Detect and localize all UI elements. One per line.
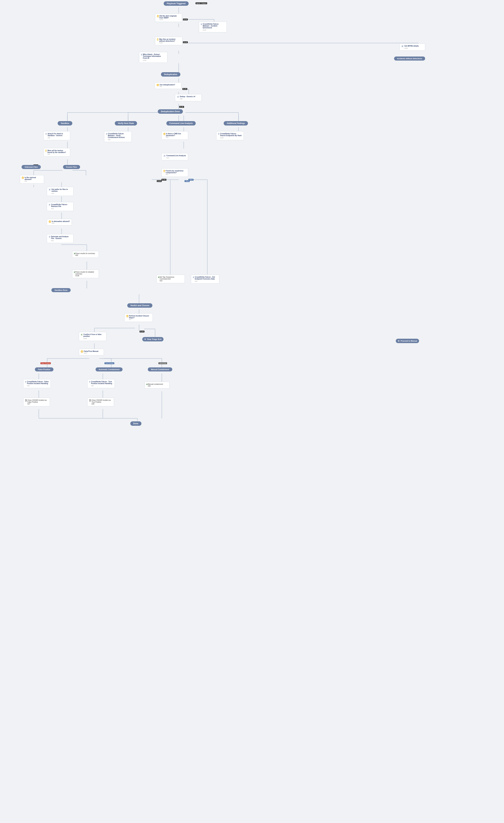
cs-search-hash-id: #136 xyxy=(220,137,242,139)
crowdstrike-enrich-title: CrowdStrike Falcon Malware - Incident En… xyxy=(203,23,225,29)
cs-search-hash-node[interactable]: ⊞ CrowdStrike Falcon - Search Endpoints … xyxy=(216,131,244,140)
true-badge-cmdline: TRUE xyxy=(185,180,190,182)
stop-triage-node[interactable]: ⊙ Stop Triage SLA xyxy=(139,337,167,341)
known-files-node: Known Files xyxy=(60,165,83,169)
q1-title: Did the alert originate from SIEM? xyxy=(160,15,180,19)
dedup-section-label: Deduplication xyxy=(164,73,177,75)
done-label: Done xyxy=(133,423,139,425)
q-hashes-node[interactable]: ◆ Were all the hashes found by the sandb… xyxy=(43,148,70,157)
q-hashes-id: #42 xyxy=(47,153,68,155)
else-badge-4: ELSE xyxy=(179,106,184,108)
q3-title: Use deduplication? xyxy=(160,84,175,86)
dedup-generic-node[interactable]: ⊞ Dedup - Generic v4 #99 xyxy=(175,94,202,101)
q-fp-manual-node[interactable]: ◆ False/True Manual #127 xyxy=(79,349,104,355)
unknown-files-label: Unknown Files xyxy=(25,166,38,168)
manual-contain-title: Manual containment xyxy=(148,383,163,385)
close-false-node[interactable]: ◆ Close XSOAR Incident as False Positive… xyxy=(23,398,50,406)
cmd-param-title: Is there a CMD line parameter? xyxy=(166,133,187,137)
get-paths-title: Get paths for files to retrieve xyxy=(51,188,72,192)
trigger-node[interactable]: Playbook Triggered xyxy=(158,1,195,6)
q-detonation-title: Is detonation allowed? xyxy=(52,220,70,222)
else-badge-closure: ELSE xyxy=(140,331,145,332)
tp-badge: True Positive xyxy=(104,362,114,364)
q-closure-node[interactable]: ◆ Perform Incident Closure Steps? #27 xyxy=(124,313,153,322)
known-files-label: Known Files xyxy=(66,166,77,168)
get-paths-node[interactable]: ▶ Get paths for files to retrieve #14 xyxy=(47,187,73,196)
set-tag-id: #22 xyxy=(160,280,183,282)
cs-true-pos-node[interactable]: ⊞ CrowdStrike Falcon - True Positive Inc… xyxy=(87,379,115,388)
proceed-manual-node[interactable]: ⊘ Proceed to Manual xyxy=(394,339,421,343)
trigger-badge: Inputs / Outputs xyxy=(196,2,207,4)
cs-search-hash-title: CrowdStrike Falcon - Search Endpoints By… xyxy=(220,133,242,137)
cs-false-pos-node[interactable]: ⊞ CrowdStrike Falcon - False Positive In… xyxy=(23,379,51,388)
q-detonation-id: #20 xyxy=(52,222,70,224)
additional-section-node: Additional findings xyxy=(222,121,250,126)
auto-contain-section-node: Automatic Containment xyxy=(94,367,124,371)
q2-title: Was this an incident without detections? xyxy=(159,38,181,42)
else-badge-1: ELSE xyxy=(183,19,188,20)
mitre-title: Mitre Attack - Extract Technique Informa… xyxy=(143,53,166,59)
cs-retrieve-node[interactable]: ⊞ CrowdStrike Falcon - Retrieve File #12 xyxy=(47,202,73,211)
search-hash-title: Search For Hash In Sandbox - Generic xyxy=(47,133,68,137)
parse-summary-node[interactable]: ▶ Parse results for summary #92 xyxy=(72,251,99,258)
close-false-id: #27 xyxy=(27,403,48,405)
q-suspicious-node[interactable]: ◆ Found any suspicious components? #13 xyxy=(162,168,188,177)
cmdline-analysis-title: Command-Line Analysis xyxy=(166,155,186,157)
q3-node[interactable]: ◆ Use deduplication? #47 xyxy=(155,82,181,89)
parse-detailed-node[interactable]: ▶ Parse results for detailed summary #13… xyxy=(72,270,99,278)
confirm-fp-title: Confirm if true or false positive xyxy=(83,333,104,337)
cs-verify-title: CrowdStrike Falcon Malware - Verify Cont… xyxy=(108,133,130,138)
q1-id: #123 xyxy=(160,19,180,20)
cs-false-pos-title: CrowdStrike Falcon - False Positive Inci… xyxy=(27,381,49,384)
crowdstrike-enrich-id: #116 xyxy=(203,29,225,31)
else-badge-2: ELSE xyxy=(183,41,188,43)
cmdline-section-node: Command Line Analysis xyxy=(166,121,196,126)
q-fp-manual-title: False/True Manual xyxy=(84,350,98,352)
get-mitre-id: #135 xyxy=(405,47,419,49)
cs-forensics-node[interactable]: ⊞ CrowdStrike Falcon - Get Endpoint Fore… xyxy=(191,275,219,284)
q-suspicious-title: Found any suspicious components? xyxy=(166,170,186,174)
verify-section-label: Verify Host State xyxy=(118,122,134,125)
cs-retrieve-title: CrowdStrike Falcon - Retrieve File xyxy=(51,204,72,207)
mitre-id: #133 xyxy=(143,59,166,61)
q-fp-manual-id: #127 xyxy=(84,352,98,354)
cs-forensics-title: CrowdStrike Falcon - Get Endpoint Forens… xyxy=(195,276,217,280)
cmd-param-node[interactable]: ◆ Is there a CMD line parameter? #22 xyxy=(162,131,188,140)
cs-verify-node[interactable]: ⊞ CrowdStrike Falcon Malware - Verify Co… xyxy=(104,131,132,142)
detonate-node[interactable]: ⊞ Detonate and Analyze File - Generic #4… xyxy=(47,234,73,243)
search-hash-id: #45 xyxy=(47,137,68,139)
trigger-label: Playbook Triggered xyxy=(167,2,186,5)
confirm-fp-node[interactable]: ▶ Confirm if true or false positive #126 xyxy=(79,332,106,341)
q-closure-title: Perform Incident Closure Steps? xyxy=(129,315,151,319)
manual-contain-node[interactable]: ▶ Manual containment #42 xyxy=(145,382,170,388)
manual-contain-id: #42 xyxy=(148,385,163,387)
additional-section-label: Additional findings xyxy=(227,122,245,125)
dedup-done-label: Deduplication Done xyxy=(161,110,180,113)
unknown-files-node: Unknown Files xyxy=(19,165,43,169)
q-hashes-title: Were all the hashes found by the sandbox… xyxy=(47,150,68,153)
mitre-node[interactable]: ⊞ Mitre Attack - Extract Technique Infor… xyxy=(139,52,167,63)
crowdstrike-enrich-node[interactable]: ⊞ CrowdStrike Falcon Malware - Incident … xyxy=(199,22,227,32)
cs-true-pos-title: CrowdStrike Falcon - True Positive Incid… xyxy=(91,381,113,384)
q1-node[interactable]: ◆ Did the alert originate from SIEM? #12… xyxy=(155,13,182,22)
close-true-node[interactable]: ◆ Close XSOAR Incident as True Positive … xyxy=(87,398,114,406)
detonate-id: #43 xyxy=(51,240,72,241)
cs-verify-id: #46 xyxy=(108,139,130,141)
else-badge-cmdline: ELSE xyxy=(157,180,162,182)
cmdline-analysis-node[interactable]: ⊞ Command-Line Analysis #13 xyxy=(162,153,188,160)
stop-triage-label: Stop Triage SLA xyxy=(147,338,162,340)
fp-badge: False Positive xyxy=(40,362,51,364)
q-file-retrieval-title: Is file retrieval allowed? xyxy=(25,177,42,180)
manual-contain-section-label: Manual Containment xyxy=(151,368,169,370)
set-tag-node[interactable]: ▶ Set Tag 'Suspicious Command-line' #22 xyxy=(157,275,185,283)
get-mitre-node[interactable]: ▶ Get MITRE details #135 xyxy=(400,43,425,51)
q2-node[interactable]: ◆ Was this an incident without detection… xyxy=(155,37,182,45)
q3-id: #47 xyxy=(160,86,175,88)
get-mitre-title: Get MITRE details xyxy=(405,45,419,47)
q-file-retrieval-node[interactable]: ◆ Is file retrieval allowed? #11 xyxy=(20,175,44,183)
dedup-section-node: Deduplication xyxy=(155,72,186,76)
q-detonation-node[interactable]: ◆ Is detonation allowed? #20 xyxy=(47,219,72,225)
cmd-param-id: #22 xyxy=(166,137,187,138)
close-true-title: Close XSOAR Incident as True Positive xyxy=(91,399,112,403)
search-hash-node[interactable]: ⊞ Search For Hash In Sandbox - Generic #… xyxy=(43,131,70,140)
